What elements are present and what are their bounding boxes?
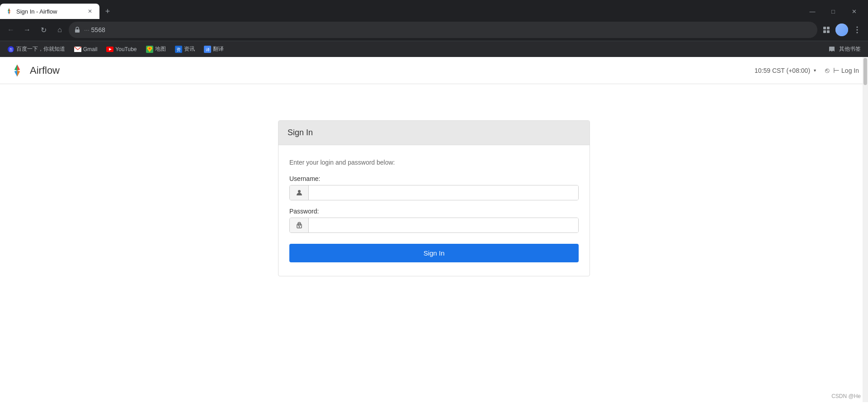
svg-rect-7	[823, 30, 826, 33]
maps-favicon	[146, 46, 153, 53]
baidu-favicon: 百	[7, 46, 14, 53]
svg-text:译: 译	[205, 47, 209, 52]
bookmark-gmail-label: Gmail	[83, 46, 97, 52]
svg-rect-5	[823, 27, 826, 29]
signin-subtitle: Enter your login and password below:	[289, 159, 579, 166]
signin-card: Sign In Enter your login and password be…	[278, 120, 590, 276]
username-input[interactable]	[309, 185, 578, 200]
bookmark-maps-label: 地图	[155, 45, 166, 53]
translate-favicon: 译	[204, 46, 211, 53]
other-bookmarks-button[interactable]: 其他书签	[825, 43, 864, 55]
svg-marker-27	[17, 71, 20, 77]
signin-button[interactable]: Sign In	[289, 244, 579, 262]
password-input[interactable]	[309, 218, 578, 232]
username-label: Username:	[289, 175, 579, 182]
svg-marker-26	[14, 71, 17, 77]
bookmarks-bar: 百 百度一下，你就知道 Gmail YouTube	[0, 41, 868, 57]
bookmark-item-maps[interactable]: 地图	[142, 43, 170, 55]
svg-marker-0	[9, 8, 10, 11]
reload-button[interactable]: ↻	[36, 23, 51, 37]
login-link[interactable]: ⊣ Log In	[833, 66, 859, 75]
address-bar: ← → ↻ ⌂ ··· 5568	[0, 19, 868, 41]
signin-card-body: Enter your login and password below: Use…	[278, 145, 590, 276]
tab-bar: Sign In - Airflow ✕ + — □ ✕	[0, 0, 868, 19]
airflow-logo[interactable]: Airflow	[9, 62, 60, 79]
browser-frame: Sign In - Airflow ✕ + — □ ✕ ← → ↻ ⌂ ··· …	[0, 0, 868, 57]
svg-rect-4	[75, 29, 80, 33]
svg-text:百: 百	[9, 47, 13, 52]
login-arrow-icon: ⎋	[825, 66, 830, 75]
minimize-button[interactable]: —	[802, 5, 823, 18]
tab-close-button[interactable]: ✕	[86, 7, 94, 15]
bookmark-item-baidu[interactable]: 百 百度一下，你就知道	[4, 43, 69, 55]
profile-button[interactable]	[835, 24, 848, 36]
username-input-group	[289, 185, 579, 200]
svg-point-9	[857, 27, 858, 28]
menu-button[interactable]	[850, 23, 864, 37]
bookmark-news-label: 资讯	[184, 45, 195, 53]
url-text: ··· 5568	[84, 26, 812, 33]
svg-text:资: 资	[176, 47, 181, 52]
extensions-button[interactable]	[819, 23, 834, 37]
svg-point-10	[857, 29, 858, 31]
svg-point-28	[298, 190, 301, 193]
active-tab[interactable]: Sign In - Airflow ✕	[0, 4, 99, 19]
other-bookmarks-label: 其他书签	[839, 45, 861, 53]
footer-watermark: CSDN @He	[831, 393, 861, 399]
gmail-favicon	[74, 46, 81, 53]
bookmark-translate-label: 翻译	[213, 45, 224, 53]
signin-container: Sign In Enter your login and password be…	[0, 84, 868, 356]
new-tab-button[interactable]: +	[101, 5, 114, 18]
back-button[interactable]: ←	[4, 23, 18, 37]
close-button[interactable]: ✕	[844, 5, 864, 18]
tab-favicon	[5, 8, 13, 15]
svg-marker-1	[8, 8, 9, 11]
home-button[interactable]: ⌂	[52, 23, 67, 37]
svg-marker-24	[17, 64, 20, 71]
svg-marker-25	[14, 64, 17, 71]
youtube-favicon	[106, 46, 113, 53]
password-label: Password:	[289, 208, 579, 215]
scrollbar[interactable]	[863, 57, 868, 402]
username-icon	[290, 185, 309, 200]
bookmark-baidu-label: 百度一下，你就知道	[16, 45, 65, 53]
url-bar[interactable]: ··· 5568	[69, 22, 817, 38]
svg-point-11	[857, 32, 858, 33]
bookmarks-right: 其他书签	[825, 43, 864, 55]
dropdown-arrow: ▾	[814, 68, 816, 73]
bookmark-item-news[interactable]: 资 资讯	[171, 43, 198, 55]
username-form-group: Username:	[289, 175, 579, 200]
window-controls: — □ ✕	[802, 5, 868, 18]
scrollbar-thumb[interactable]	[863, 58, 867, 85]
browser-actions	[819, 23, 864, 37]
signin-card-header: Sign In	[278, 121, 590, 145]
airflow-navbar: Airflow 10:59 CST (+08:00) ▾ ⎋ ⊣ Log In	[0, 57, 868, 84]
tab-title: Sign In - Airflow	[16, 8, 82, 15]
page-content: Airflow 10:59 CST (+08:00) ▾ ⎋ ⊣ Log In …	[0, 57, 868, 402]
login-label: Log In	[841, 67, 859, 74]
news-favicon: 资	[175, 46, 182, 53]
airflow-logo-icon	[9, 62, 25, 79]
svg-rect-6	[827, 27, 830, 29]
bookmark-item-translate[interactable]: 译 翻译	[200, 43, 227, 55]
svg-marker-3	[9, 11, 10, 14]
bookmark-item-gmail[interactable]: Gmail	[71, 44, 101, 55]
bookmark-item-youtube[interactable]: YouTube	[103, 44, 140, 55]
svg-point-19	[149, 47, 151, 49]
password-icon	[290, 218, 309, 232]
bookmark-youtube-label: YouTube	[115, 46, 137, 52]
password-input-group	[289, 218, 579, 233]
time-display: 10:59 CST (+08:00)	[755, 67, 810, 74]
svg-rect-8	[827, 30, 830, 33]
password-form-group: Password:	[289, 208, 579, 233]
forward-button[interactable]: →	[20, 23, 34, 37]
maximize-button[interactable]: □	[823, 5, 844, 18]
signin-card-title: Sign In	[288, 128, 580, 137]
svg-marker-2	[8, 11, 9, 14]
login-icon: ⊣	[833, 66, 840, 75]
navbar-right: 10:59 CST (+08:00) ▾ ⎋ ⊣ Log In	[755, 66, 859, 75]
airflow-logo-text: Airflow	[30, 65, 60, 76]
